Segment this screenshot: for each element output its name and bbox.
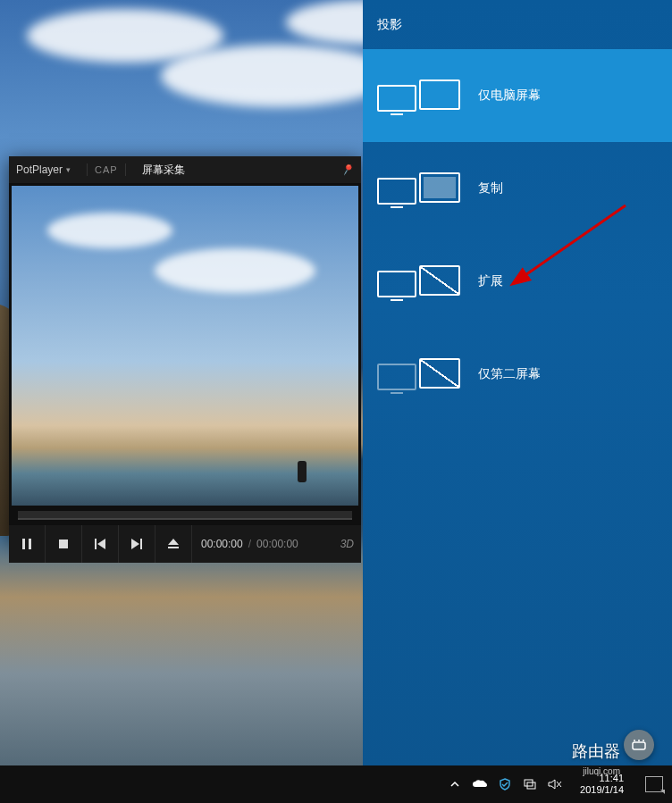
system-tray: 11:41 2019/1/14 — [448, 773, 663, 796]
svg-marker-4 — [97, 539, 105, 549]
volume-muted-icon[interactable] — [548, 777, 562, 791]
prev-button[interactable] — [82, 525, 119, 563]
video-deco — [47, 213, 172, 248]
video-viewport[interactable] — [12, 186, 358, 506]
action-center-icon[interactable] — [645, 776, 663, 792]
eject-button[interactable] — [155, 525, 192, 563]
project-option-extend[interactable]: 扩展 — [363, 235, 672, 328]
svg-rect-3 — [95, 539, 97, 549]
time-separator: / — [248, 538, 251, 550]
time-display: 00:00:00 / 00:00:00 — [192, 525, 340, 563]
player-controls: 00:00:00 / 00:00:00 3D — [9, 525, 361, 563]
duplicate-icon — [377, 172, 460, 205]
project-option-pc-only[interactable]: 仅电脑屏幕 — [363, 49, 672, 142]
svg-point-13 — [643, 740, 644, 741]
option-label: 仅第二屏幕 — [478, 366, 541, 382]
project-option-second-only[interactable]: 仅第二屏幕 — [363, 328, 672, 421]
svg-rect-2 — [59, 540, 68, 548]
tray-chevron-up-icon[interactable] — [448, 777, 462, 791]
project-option-duplicate[interactable]: 复制 — [363, 142, 672, 235]
extend-icon — [377, 265, 460, 297]
current-time: 00:00:00 — [201, 538, 243, 550]
next-button[interactable] — [119, 525, 155, 563]
pc-only-icon — [377, 79, 460, 112]
option-label: 扩展 — [478, 273, 503, 289]
security-icon[interactable] — [498, 777, 512, 791]
watermark-subtext: jiluqi.com — [583, 766, 620, 776]
clock-date: 2019/1/14 — [580, 784, 624, 796]
video-deco — [155, 248, 315, 293]
chevron-down-icon: ▾ — [66, 165, 71, 174]
seek-bar[interactable] — [18, 511, 352, 520]
3d-toggle[interactable]: 3D — [340, 525, 361, 563]
onedrive-icon[interactable] — [473, 777, 487, 791]
svg-rect-8 — [168, 547, 179, 548]
divider — [125, 163, 126, 176]
svg-rect-6 — [140, 539, 142, 549]
pin-icon[interactable]: 📍 — [339, 161, 357, 179]
divider — [87, 163, 88, 176]
video-deco — [298, 461, 307, 482]
project-panel: 投影 仅电脑屏幕 复制 扩展 仅第二屏幕 — [363, 0, 672, 765]
network-icon[interactable] — [523, 777, 537, 791]
capture-tag: CAP — [95, 164, 118, 175]
stop-button[interactable] — [46, 525, 82, 563]
watermark-badge — [624, 730, 654, 760]
svg-rect-0 — [22, 539, 25, 549]
option-label: 仅电脑屏幕 — [478, 88, 541, 104]
option-label: 复制 — [478, 180, 503, 197]
svg-marker-7 — [168, 539, 179, 545]
potplayer-window[interactable]: PotPlayer ▾ CAP 屏幕采集 📍 00:00:00 / — [9, 156, 361, 540]
svg-marker-5 — [131, 539, 139, 549]
svg-point-12 — [638, 740, 640, 741]
svg-rect-1 — [29, 539, 31, 549]
svg-point-11 — [634, 740, 635, 741]
total-time: 00:00:00 — [256, 538, 298, 550]
cloud-deco — [161, 45, 393, 107]
pause-button[interactable] — [9, 525, 46, 563]
svg-rect-10 — [633, 742, 645, 749]
player-titlebar[interactable]: PotPlayer ▾ CAP 屏幕采集 📍 — [9, 156, 361, 183]
player-app-name: PotPlayer — [16, 163, 63, 176]
taskbar[interactable]: 11:41 2019/1/14 — [0, 765, 672, 803]
media-title: 屏幕采集 — [142, 163, 340, 178]
player-menu-button[interactable]: PotPlayer ▾ — [16, 163, 80, 176]
watermark-text: 路由器 — [572, 740, 620, 762]
second-only-icon — [377, 358, 460, 390]
panel-title: 投影 — [363, 0, 672, 49]
